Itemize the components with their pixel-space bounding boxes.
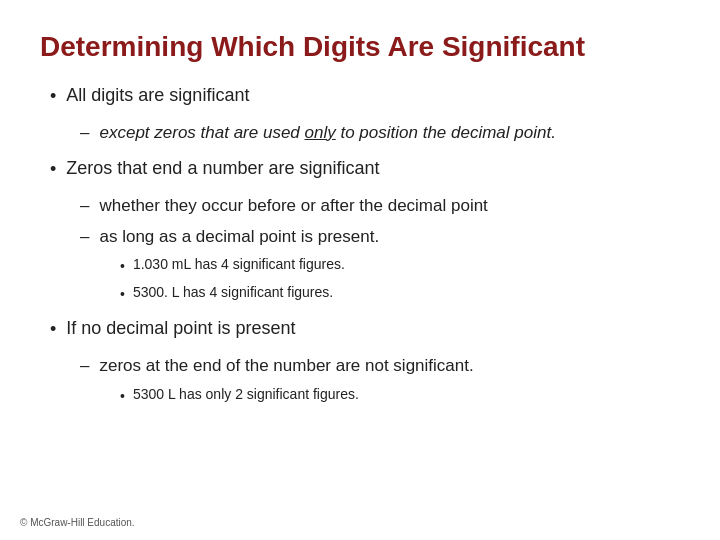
list-item: – except zeros that are used only to pos… <box>40 120 680 146</box>
dash-marker: – <box>80 193 89 219</box>
dash-text: zeros at the end of the number are not s… <box>99 353 473 379</box>
copyright-text: © McGraw-Hill Education. <box>20 517 135 528</box>
list-item: • 1.030 mL has 4 significant figures. <box>40 254 680 277</box>
sub-bullet-marker: • <box>120 284 125 305</box>
sub-text: 1.030 mL has 4 significant figures. <box>133 254 345 275</box>
list-item: • All digits are significant <box>40 82 680 110</box>
list-item: – zeros at the end of the number are not… <box>40 353 680 379</box>
sub-bullet-marker: • <box>120 386 125 407</box>
dash-text: whether they occur before or after the d… <box>99 193 487 219</box>
sub-text: 5300. L has 4 significant figures. <box>133 282 333 303</box>
bullet-text: All digits are significant <box>66 82 249 109</box>
bullet-marker: • <box>50 156 56 183</box>
dash-marker: – <box>80 120 89 146</box>
dash-marker: – <box>80 224 89 250</box>
list-item: • 5300. L has 4 significant figures. <box>40 282 680 305</box>
sub-bullet-marker: • <box>120 256 125 277</box>
list-item: – as long as a decimal point is present. <box>40 224 680 250</box>
underline-text: only <box>305 123 336 142</box>
dash-text: as long as a decimal point is present. <box>99 224 379 250</box>
sub-text: 5300 L has only 2 significant figures. <box>133 384 359 405</box>
bullet-text: Zeros that end a number are significant <box>66 155 379 182</box>
list-item: • If no decimal point is present <box>40 315 680 343</box>
content-area: • All digits are significant – except ze… <box>40 82 680 407</box>
dash-text: except zeros that are used only to posit… <box>99 120 555 146</box>
list-item: – whether they occur before or after the… <box>40 193 680 219</box>
bullet-text: If no decimal point is present <box>66 315 295 342</box>
list-item: • Zeros that end a number are significan… <box>40 155 680 183</box>
bullet-marker: • <box>50 316 56 343</box>
slide-title: Determining Which Digits Are Significant <box>40 30 680 64</box>
bullet-marker: • <box>50 83 56 110</box>
slide: Determining Which Digits Are Significant… <box>0 0 720 540</box>
list-item: • 5300 L has only 2 significant figures. <box>40 384 680 407</box>
dash-marker: – <box>80 353 89 379</box>
